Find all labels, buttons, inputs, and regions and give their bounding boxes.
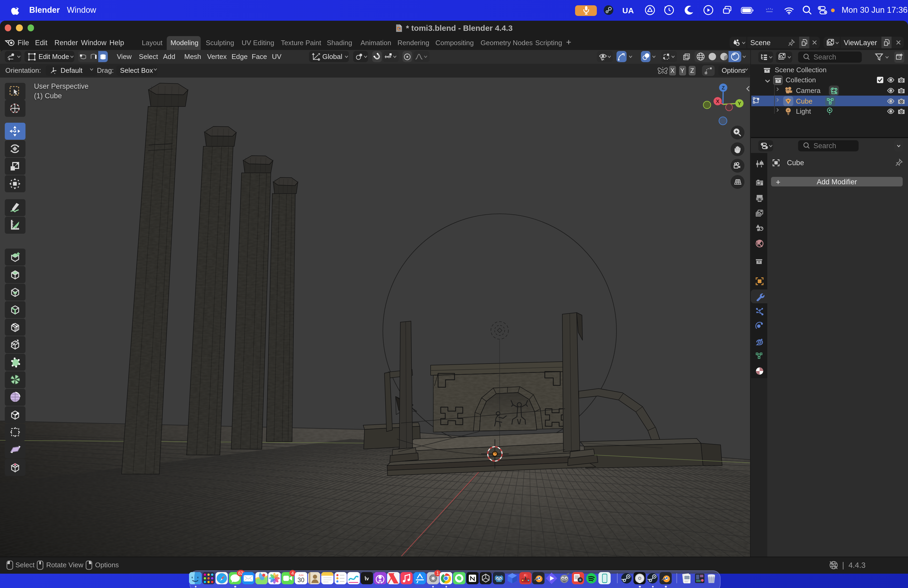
svg-text:JUN: JUN [298,574,303,576]
svg-text:Z: Z [721,85,725,90]
svg-text:tv: tv [365,576,369,581]
svg-text:30: 30 [298,576,304,583]
svg-text:Y: Y [738,100,741,106]
svg-text:X: X [716,98,720,104]
